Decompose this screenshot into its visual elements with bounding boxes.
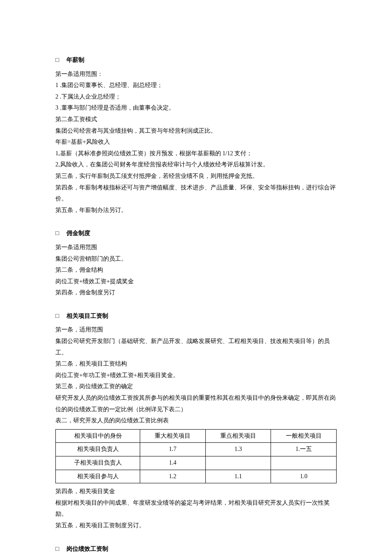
s3-line: 第五条，相关项目工资制度另订。: [55, 520, 337, 532]
table-header: 相关项目中的身份: [56, 429, 140, 443]
s2-line: 岗位工资+绩效工资+提成奖金: [55, 276, 337, 288]
table-cell: 相关项目负责人: [56, 443, 140, 456]
heading-post-performance: 岗位绩效工资制: [55, 543, 337, 555]
s3-line: 第三条，岗位绩效工资的确定: [55, 381, 337, 392]
s1-line: 1 .集团公司董事长、总经理、副总经理；: [55, 80, 337, 91]
table-header: 重大相关项目: [140, 429, 206, 443]
table-header: 一般相关项目: [271, 429, 337, 443]
table-cell: 1.一五: [271, 443, 337, 456]
s3-line: 根据对相关项目的中间成果、年度研发业绩等的鉴定与考评结果，对相关项目研究开发人员…: [55, 497, 337, 520]
heading-annual-salary: 年薪制: [55, 55, 337, 66]
s1-line: 集团公司经营者与其业绩挂钩，其工资与年经营利润成正比。: [55, 125, 337, 137]
s1-line: 1,基薪（其标准参照岗位绩效工资）按月预发，根据年基薪额的 1/12 支付；: [55, 148, 337, 160]
s1-line: 第一条适用范围：: [55, 69, 337, 80]
s1-line: 2,风险收入，在集团公司财务年度经营报表经审计与个人绩效经考评后核算计发。: [55, 159, 337, 171]
s2-line: 第四条，佣金制度另订: [55, 287, 337, 299]
table-cell: [271, 456, 337, 470]
table-cell: 1.3: [205, 443, 271, 456]
s2-line: 集团公司营销部门的员工。: [55, 253, 337, 265]
s1-line: 2 .下属法人企业总经理；: [55, 91, 337, 103]
table-cell: 子相关项目负责人: [56, 456, 140, 470]
s2-line: 第一条适用范围: [55, 242, 337, 253]
ratio-table: 相关项目中的身份 重大相关项目 重点相关项目 一般相关项目 相关项目负责人 1.…: [55, 429, 337, 483]
heading-project-salary: 相关项目工资制: [55, 311, 337, 322]
s1-line: 年薪=基薪+风险收入: [55, 137, 337, 148]
table-row: 相关项目负责人 1.7 1.3 1.一五: [56, 443, 337, 456]
table-cell: [205, 456, 271, 470]
s3-line: 集团公司研究开发部门（基础研究、新产品开发、战略发展研究、工程相关项目、技改相关…: [55, 336, 337, 358]
s3-line: 第一条，适用范围: [55, 324, 337, 336]
s3-line: 研究开发人员的岗位绩效工资按其所参与的相关项目的重要性和其在相关项目中的身份来确…: [55, 392, 337, 415]
table-cell: 1.1: [205, 470, 271, 483]
s1-line: 第二条工资模式: [55, 114, 337, 125]
table-cell: 1.0: [271, 470, 337, 483]
table-header: 重点相关项目: [205, 429, 271, 443]
s1-line: 3 .董事与部门经理是否适用，由董事会决定。: [55, 102, 337, 114]
s1-line: 第三条，实行年薪制员工须支付抵押金，若经营业绩不良，则用抵押金充抵。: [55, 171, 337, 182]
s3-line: 第二条，相关项目工资结构: [55, 358, 337, 370]
s3-line: 表二，研究开发人员的岗位绩效工资比例表: [55, 415, 337, 427]
table-row: 相关项目参与人 1.2 1.1 1.0: [56, 470, 337, 483]
table-cell: 1.4: [140, 456, 206, 470]
s1-line: 第五条，年薪制办法另订。: [55, 205, 337, 216]
s1-line: 第四条，年薪制考核指标还可与资产增值幅度、技术进步、产品质量、环保、安全等指标挂…: [55, 182, 337, 205]
table-cell: 1.7: [140, 443, 206, 456]
table-header-row: 相关项目中的身份 重大相关项目 重点相关项目 一般相关项目: [56, 429, 337, 443]
s2-line: 第二条，佣金结构: [55, 264, 337, 276]
heading-commission: 佣金制度: [55, 228, 337, 239]
s3-line: 岗位工资+年功工资+绩效工资+相关项目奖金。: [55, 370, 337, 381]
table-cell: 1.2: [140, 470, 206, 483]
table-row: 子相关项目负责人 1.4: [56, 456, 337, 470]
s3-line: 第四条，相关项目奖金: [55, 486, 337, 497]
table-cell: 相关项目参与人: [56, 470, 140, 483]
